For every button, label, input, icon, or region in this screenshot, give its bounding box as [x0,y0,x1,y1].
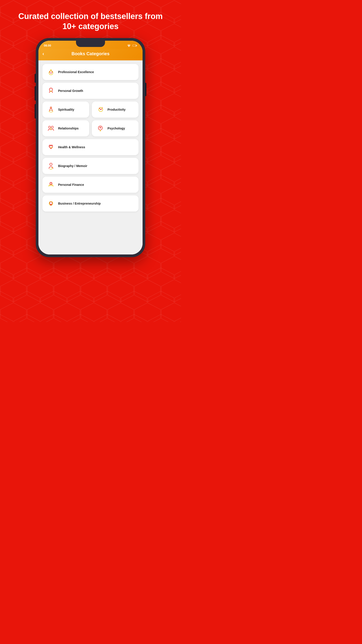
category-row-professional: Professional Excellence [42,64,139,80]
professional-excellence-icon [46,68,55,76]
category-row-relationships-psychology: Relationships Psychology [42,120,139,136]
svg-point-4 [129,46,129,47]
svg-rect-7 [137,45,137,46]
svg-line-29 [52,202,52,202]
app-header: ‹ Books Categories [38,49,143,60]
personal-growth-label: Personal Growth [58,89,83,93]
productivity-icon [96,105,105,114]
volume-down-button [35,104,36,118]
category-item-psychology[interactable]: Psychology [92,120,139,136]
status-icons [127,44,137,47]
svg-point-15 [48,126,50,128]
category-row-biography: Biography / Memoir [42,158,139,174]
biography-memoir-icon [46,162,55,170]
volume-up-button [35,86,36,100]
category-item-spirituality[interactable]: Spirituality [42,102,89,118]
power-button [145,83,146,96]
business-label: Business / Entrepreneurship [58,202,101,206]
biography-memoir-label: Biography / Memoir [58,164,87,168]
professional-excellence-label: Professional Excellence [58,70,94,74]
category-row-personal-finance: ₹ Personal Finance [42,177,139,193]
wifi-icon [127,44,131,47]
category-item-business-entrepreneurship[interactable]: Business / Entrepreneurship [42,196,139,212]
svg-point-14 [100,109,101,110]
svg-point-21 [50,163,52,166]
spirituality-icon [46,105,55,114]
headline: Curated collection of bestsellers from 1… [0,0,181,38]
svg-line-30 [49,202,50,202]
relationships-label: Relationships [58,126,79,130]
svg-point-16 [51,126,53,128]
svg-point-11 [49,110,53,112]
status-time: 08.00 [44,44,51,47]
category-row-spirituality-productivity: Spirituality Produc [42,102,139,118]
category-item-biography-memoir[interactable]: Biography / Memoir [42,158,139,174]
silent-button [35,74,36,83]
categories-list: Professional Excellence Personal Growth [38,60,143,254]
category-item-personal-growth[interactable]: Personal Growth [42,83,139,99]
back-button[interactable]: ‹ [42,51,44,57]
svg-text:₹: ₹ [50,182,52,184]
business-icon [46,199,55,208]
relationships-icon [46,124,55,133]
category-row-health: Health & Wellness [42,139,139,155]
psychology-icon [96,124,105,133]
category-row-business: Business / Entrepreneurship [42,196,139,212]
notch [76,41,105,47]
svg-rect-6 [133,45,136,46]
health-wellness-label: Health & Wellness [58,145,85,149]
phone-screen: 08.00 ‹ Books Categories [38,41,143,254]
category-item-relationships[interactable]: Relationships [42,120,89,136]
phone-mockup: 08.00 ‹ Books Categories [36,38,145,257]
health-wellness-icon [46,143,55,152]
productivity-label: Productivity [107,108,126,112]
category-row-personal-growth: Personal Growth [42,83,139,99]
psychology-label: Psychology [107,126,125,130]
category-item-productivity[interactable]: Productivity [92,102,139,118]
svg-point-8 [49,71,53,75]
category-item-personal-finance[interactable]: ₹ Personal Finance [42,177,139,193]
category-item-health-wellness[interactable]: Health & Wellness [42,139,139,155]
personal-finance-label: Personal Finance [58,183,84,187]
battery-icon [132,44,137,47]
category-item-professional-excellence[interactable]: Professional Excellence [42,64,139,80]
spirituality-label: Spirituality [58,108,74,112]
personal-finance-icon: ₹ [46,180,55,189]
personal-growth-icon [46,86,55,95]
header-title: Books Categories [71,51,109,56]
